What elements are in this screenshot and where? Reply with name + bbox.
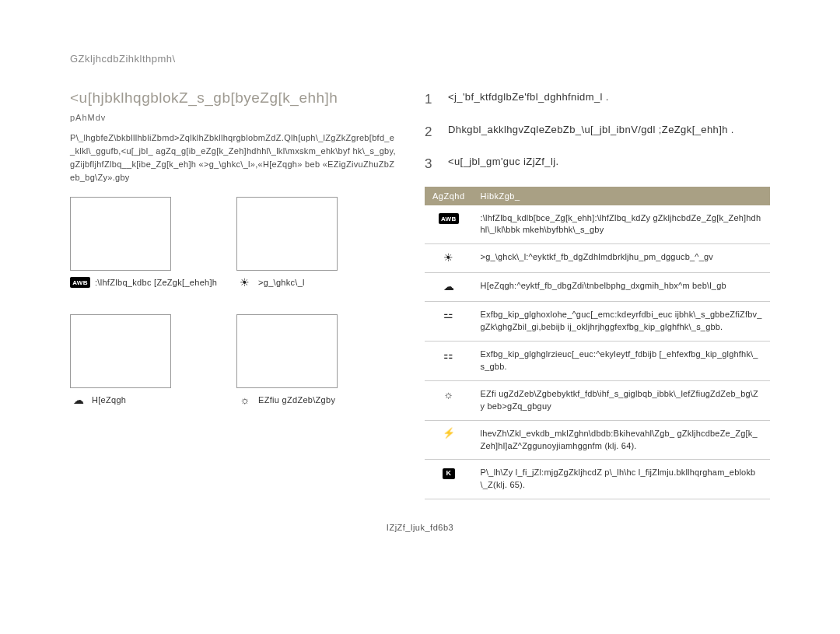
table-row: Exfbg_kip_glghglrzieuc[_euc:^ekyleytf_fd… [425, 341, 770, 380]
row-desc: lhevZh\Zkl_evkdb_mklZghn\dbdb:Bkihevahl\… [473, 420, 770, 460]
swatch-cell-sun: >g_\ghkc\_l [236, 197, 392, 305]
table-row: >g_\ghck\_l:^eyktkf_fb_dgZdhlmdbrkljhu_p… [425, 244, 770, 273]
swatch-label: :\lhfZlbq_kdbc [ZeZgk[_eheh]h [95, 277, 217, 289]
row-icon-cell [425, 380, 473, 420]
table-row: AWB :\lhfZlbq_kdlb[bce_Zg[k_ehh]:\lhfZlb… [425, 205, 770, 244]
row-desc: :\lhfZlbq_kdlb[bce_Zg[k_ehh]:\lhfZlbq_kd… [473, 205, 770, 244]
th-desc: HibkZgb_ [473, 187, 770, 205]
table-row: K P\_lh\Zy l_fi_jZl:mjgZgZkljhcdZ p\_lh\… [425, 460, 770, 499]
right-column: 1 <j_'bf_ktfdglbZe'fbl_dghhfnidm_l . 2 D… [425, 89, 770, 499]
breadcrumb: GZkljhcdbZihklthpmh\ [70, 53, 770, 65]
step-text: <j_'bf_ktfdglbZe'fbl_dghhfnidm_l . [448, 89, 609, 110]
row-desc: P\_lh\Zy l_fi_jZl:mjgZgZkljhcdZ p\_lh\hc… [473, 460, 770, 499]
swatch-cell-bulb: EZfiu gZdZeb\Zgby [236, 314, 392, 422]
content-columns: <u[hjbklhqgblokZ_s_gb[byeZg[k_ehh]h pAhM… [70, 89, 770, 499]
flash-icon [440, 428, 457, 440]
section-title: <u[hjbklhqgblokZ_s_gb[byeZg[k_ehh]h [70, 89, 397, 107]
cloud-icon [440, 280, 457, 292]
bulb-icon [236, 394, 254, 407]
step-item: 2 Dhkgbl_akklhgvZqleZebZb_\u[_jbl_ibnV/g… [425, 122, 770, 142]
options-table: AgZqhd HibkZgb_ AWB :\lhfZlbq_kdlb[bce_Z… [425, 187, 770, 500]
swatch-label: >g_\ghkc\_l [258, 277, 305, 289]
fluorescent-h-icon [440, 349, 457, 361]
step-number: 2 [425, 122, 437, 142]
row-desc: >g_\ghck\_l:^eyktkf_fb_dgZdhlmdbrkljhu_p… [473, 244, 770, 273]
step-item: 1 <j_'bf_ktfdglbZe'fbl_dghhfnidm_l . [425, 89, 770, 110]
step-number: 1 [425, 89, 437, 110]
table-row: EZfi ugZdZeb\Zgbebyktkf_fdb\ihf_s_giglbq… [425, 380, 770, 420]
table-row: Exfbg_kip_glghoxlohe_^guc[_emc:kdeyrfdbi… [425, 301, 770, 341]
row-desc: Exfbg_kip_glghglrzieuc[_euc:^ekyleytf_fd… [473, 341, 770, 380]
swatch-caption: H[eZqgh [70, 394, 226, 422]
body-paragraph: P\_lhgbfeZ\bkblllhbliZbmd>ZqlklhZbkllhqr… [70, 131, 397, 184]
row-icon-cell: AWB [425, 205, 473, 244]
swatch-box [70, 197, 171, 271]
swatch-cell-cloud: H[eZqgh [70, 314, 226, 422]
step-text: <u[_jbl_gm'guc iZjZf_lj. [448, 154, 559, 174]
row-icon-cell [425, 244, 473, 273]
swatch-label: EZfiu gZdZeb\Zgby [258, 394, 335, 406]
row-icon-cell [425, 301, 473, 341]
steps-list: 1 <j_'bf_ktfdglbZe'fbl_dghhfnidm_l . 2 D… [425, 89, 770, 174]
cloud-icon [70, 394, 87, 407]
bulb-icon [440, 388, 457, 401]
swatch-box [236, 314, 338, 388]
step-number: 3 [425, 154, 437, 174]
table-row: lhevZh\Zkl_evkdb_mklZghn\dbdb:Bkihevahl\… [425, 420, 770, 460]
row-icon-cell [425, 273, 473, 302]
swatch-label: H[eZqgh [92, 394, 126, 406]
sub-label: pAhMdv [70, 113, 397, 122]
fluorescent-icon [440, 309, 457, 320]
awb-icon: AWB [70, 277, 90, 288]
sun-icon [236, 277, 254, 289]
row-icon-cell [425, 420, 473, 460]
row-desc: H[eZqgh:^eyktf_fb_dbgZdi\tnbelbphg_dxgmi… [473, 273, 770, 302]
step-item: 3 <u[_jbl_gm'guc iZjZf_lj. [425, 154, 770, 174]
swatch-caption: >g_\ghkc\_l [236, 277, 392, 305]
table-row: H[eZqgh:^eyktf_fb_dbgZdi\tnbelbphg_dxgmi… [425, 273, 770, 302]
page-root: GZkljhcdbZihklthpmh\ <u[hjbklhqgblokZ_s_… [0, 0, 840, 548]
swatch-caption: EZfiu gZdZeb\Zgby [236, 394, 392, 422]
row-icon-cell: K [425, 460, 473, 499]
th-icon: AgZqhd [425, 187, 473, 205]
swatch-cell-awb: AWB :\lhfZlbq_kdbc [ZeZgk[_eheh]h [70, 197, 226, 305]
row-desc: Exfbg_kip_glghoxlohe_^guc[_emc:kdeyrfdbi… [473, 301, 770, 341]
kelvin-icon: K [443, 468, 455, 479]
step-text: Dhkgbl_akklhgvZqleZebZb_\u[_jbl_ibnV/gdl… [448, 122, 734, 142]
row-icon-cell [425, 341, 473, 380]
swatch-box [236, 197, 338, 271]
sun-icon [440, 251, 457, 264]
swatch-box [70, 314, 171, 388]
row-desc: EZfi ugZdZeb\Zgbebyktkf_fdb\ihf_s_giglbq… [473, 380, 770, 420]
swatch-caption: AWB :\lhfZlbq_kdbc [ZeZgk[_eheh]h [70, 277, 226, 305]
swatch-grid: AWB :\lhfZlbq_kdbc [ZeZgk[_eheh]h >g_\gh… [70, 197, 397, 422]
left-column: <u[hjbklhqgblokZ_s_gb[byeZg[k_ehh]h pAhM… [70, 89, 397, 499]
awb-icon: AWB [439, 213, 459, 224]
page-number: IZjZf_ljuk_fd6b3 [70, 523, 770, 532]
